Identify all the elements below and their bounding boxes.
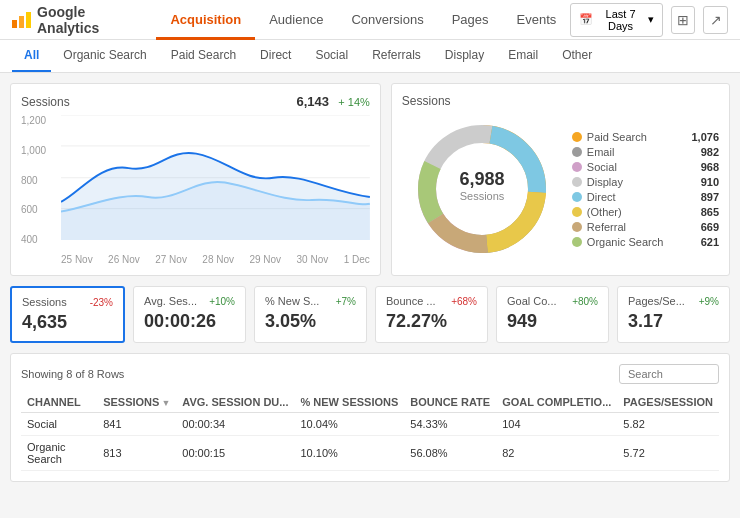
metric-value-5: 3.17 <box>628 311 719 332</box>
col-avg-session[interactable]: AVG. SESSION DU... <box>176 392 294 413</box>
x-axis-labels: 25 Nov 26 Nov 27 Nov 28 Nov 29 Nov 30 No… <box>61 254 370 265</box>
line-chart-svg <box>61 115 370 240</box>
cell-goal-completions-1: 82 <box>496 436 617 471</box>
metric-header-2: % New S... +7% <box>265 295 356 307</box>
metric-card-pages[interactable]: Pages/Se... +9% 3.17 <box>617 286 730 343</box>
donut-svg: 6,988 Sessions <box>407 114 557 264</box>
legend-dot-3 <box>572 177 582 187</box>
header-right: 📅 Last 7 Days ▾ ⊞ ↗ <box>570 3 728 37</box>
sub-tab-paid[interactable]: Paid Search <box>159 40 248 72</box>
cell-sessions-1: 813 <box>97 436 176 471</box>
metric-name-3: Bounce ... <box>386 295 436 307</box>
legend-item-0: Paid Search 1,076 <box>572 131 719 143</box>
legend-label-3: Display <box>587 176 696 188</box>
line-chart-title: Sessions <box>21 95 70 109</box>
metric-value-3: 72.27% <box>386 311 477 332</box>
legend-dot-5 <box>572 207 582 217</box>
col-new-sessions[interactable]: % NEW SESSIONS <box>294 392 404 413</box>
sub-tab-direct[interactable]: Direct <box>248 40 303 72</box>
metric-card-new-sessions[interactable]: % New S... +7% 3.05% <box>254 286 367 343</box>
col-pages-session[interactable]: PAGES/SESSION <box>617 392 719 413</box>
nav-tab-pages[interactable]: Pages <box>438 0 503 40</box>
legend-value-7: 621 <box>701 236 719 248</box>
table-body: Social 841 00:00:34 10.04% 54.33% 104 5.… <box>21 413 719 471</box>
metric-header-5: Pages/Se... +9% <box>628 295 719 307</box>
logo-bar-3 <box>26 12 31 28</box>
y-label-0: 1,200 <box>21 115 46 126</box>
sub-tab-other[interactable]: Other <box>550 40 604 72</box>
metrics-row: Sessions -23% 4,635 Avg. Ses... +10% 00:… <box>10 286 730 343</box>
metric-delta-0: -23% <box>90 297 113 308</box>
donut-subtitle: Sessions <box>460 190 505 202</box>
header: Google Analytics Acquisition Audience Co… <box>0 0 740 40</box>
line-chart-stats: 6,143 + 14% <box>296 94 369 109</box>
legend-value-0: 1,076 <box>691 131 719 143</box>
metric-card-sessions[interactable]: Sessions -23% 4,635 <box>10 286 125 343</box>
nav-tab-events[interactable]: Events <box>503 0 571 40</box>
metric-card-bounce[interactable]: Bounce ... +68% 72.27% <box>375 286 488 343</box>
sub-tab-organic[interactable]: Organic Search <box>51 40 158 72</box>
cell-bounce-rate-0: 54.33% <box>404 413 496 436</box>
cell-avg-session-0: 00:00:34 <box>176 413 294 436</box>
table-card: Showing 8 of 8 Rows CHANNEL SESSIONS▼ AV… <box>10 353 730 482</box>
y-label-3: 600 <box>21 204 46 215</box>
main-content: Sessions 6,143 + 14% 1,200 1,000 800 600… <box>0 73 740 492</box>
legend-item-2: Social 968 <box>572 161 719 173</box>
sub-tab-display[interactable]: Display <box>433 40 496 72</box>
x-label-0: 25 Nov <box>61 254 93 265</box>
sub-tab-referrals[interactable]: Referrals <box>360 40 433 72</box>
nav-tab-acquisition[interactable]: Acquisition <box>156 0 255 40</box>
cell-avg-session-1: 00:00:15 <box>176 436 294 471</box>
metric-name-4: Goal Co... <box>507 295 557 307</box>
legend-value-2: 968 <box>701 161 719 173</box>
legend-value-6: 669 <box>701 221 719 233</box>
cell-new-sessions-0: 10.04% <box>294 413 404 436</box>
legend-label-4: Direct <box>587 191 696 203</box>
donut-chart-title: Sessions <box>402 94 451 108</box>
cell-goal-completions-0: 104 <box>496 413 617 436</box>
legend-label-5: (Other) <box>587 206 696 218</box>
main-nav: Acquisition Audience Conversions Pages E… <box>156 0 570 40</box>
metric-delta-4: +80% <box>572 296 598 307</box>
legend-dot-1 <box>572 147 582 157</box>
legend-label-0: Paid Search <box>587 131 687 143</box>
col-channel[interactable]: CHANNEL <box>21 392 97 413</box>
metric-delta-5: +9% <box>699 296 719 307</box>
metric-name-2: % New S... <box>265 295 319 307</box>
sub-tab-email[interactable]: Email <box>496 40 550 72</box>
line-chart-delta: + 14% <box>338 96 370 108</box>
sub-tab-all[interactable]: All <box>12 40 51 72</box>
line-chart-card: Sessions 6,143 + 14% 1,200 1,000 800 600… <box>10 83 381 276</box>
legend-item-1: Email 982 <box>572 146 719 158</box>
metric-name-5: Pages/Se... <box>628 295 685 307</box>
metric-card-goal[interactable]: Goal Co... +80% 949 <box>496 286 609 343</box>
metric-value-2: 3.05% <box>265 311 356 332</box>
table-header-row: CHANNEL SESSIONS▼ AVG. SESSION DU... % N… <box>21 392 719 413</box>
nav-tab-conversions[interactable]: Conversions <box>337 0 437 40</box>
col-goal-completions[interactable]: GOAL COMPLETIO... <box>496 392 617 413</box>
table-search-input[interactable] <box>619 364 719 384</box>
x-label-2: 27 Nov <box>155 254 187 265</box>
x-label-4: 29 Nov <box>249 254 281 265</box>
table-head: CHANNEL SESSIONS▼ AVG. SESSION DU... % N… <box>21 392 719 413</box>
legend-dot-6 <box>572 222 582 232</box>
nav-tab-audience[interactable]: Audience <box>255 0 337 40</box>
cell-new-sessions-1: 10.10% <box>294 436 404 471</box>
calendar-icon: 📅 <box>579 13 593 26</box>
col-sessions[interactable]: SESSIONS▼ <box>97 392 176 413</box>
date-range-button[interactable]: 📅 Last 7 Days ▾ <box>570 3 663 37</box>
metric-card-avg-session[interactable]: Avg. Ses... +10% 00:00:26 <box>133 286 246 343</box>
sub-tab-social[interactable]: Social <box>303 40 360 72</box>
legend-value-3: 910 <box>701 176 719 188</box>
col-bounce-rate[interactable]: BOUNCE RATE <box>404 392 496 413</box>
metric-header-3: Bounce ... +68% <box>386 295 477 307</box>
columns-button[interactable]: ⊞ <box>671 6 696 34</box>
share-button[interactable]: ↗ <box>703 6 728 34</box>
metric-header-4: Goal Co... +80% <box>507 295 598 307</box>
logo-text: Google Analytics <box>37 4 136 36</box>
x-label-6: 1 Dec <box>344 254 370 265</box>
metric-delta-1: +10% <box>209 296 235 307</box>
legend-label-2: Social <box>587 161 696 173</box>
sub-nav: All Organic Search Paid Search Direct So… <box>0 40 740 73</box>
cell-pages-session-1: 5.72 <box>617 436 719 471</box>
